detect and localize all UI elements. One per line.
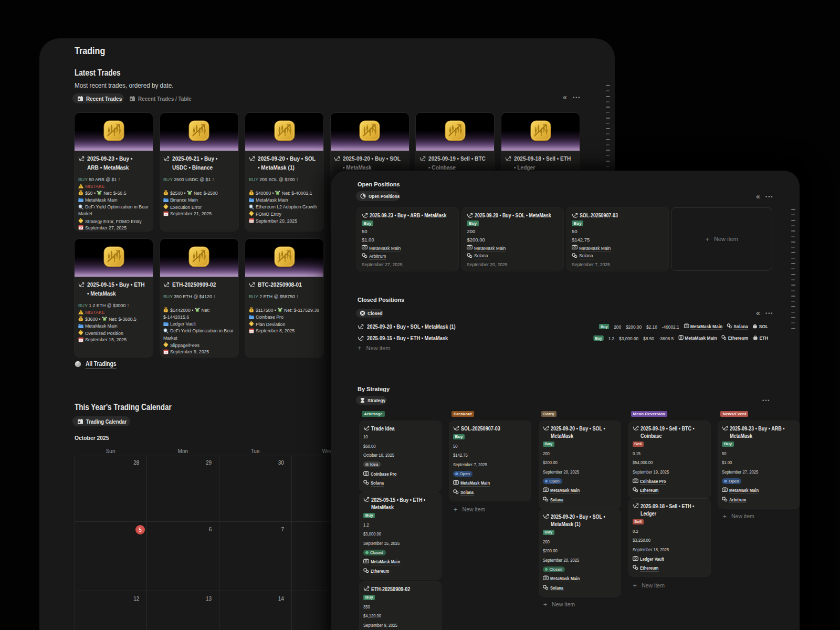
svg-text:17: 17: [250, 330, 253, 333]
svg-text:17: 17: [79, 227, 82, 229]
svg-text:17: 17: [250, 220, 253, 223]
svg-text:17: 17: [165, 213, 167, 216]
svg-text:17: 17: [165, 351, 167, 353]
svg-text:17: 17: [79, 339, 82, 342]
